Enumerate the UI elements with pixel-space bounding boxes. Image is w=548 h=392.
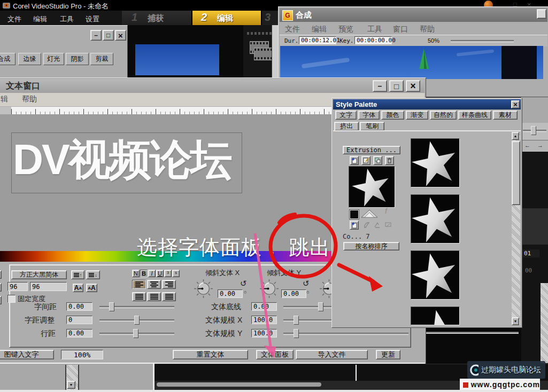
- color-swatch-black[interactable]: [350, 210, 359, 219]
- close-button[interactable]: ×: [115, 30, 126, 41]
- main-menu-file[interactable]: 文件: [7, 14, 21, 24]
- duration-field[interactable]: 00:00:12.01: [299, 36, 336, 44]
- tab-crop[interactable]: 剪裁: [90, 53, 113, 65]
- scrollbar-thumb[interactable]: [512, 141, 520, 205]
- skew-x-field[interactable]: 0.00: [218, 289, 243, 298]
- style-underline-button[interactable]: U: [156, 270, 164, 277]
- trim-out-icon[interactable]: →: [537, 142, 543, 148]
- align-right-button[interactable]: [162, 280, 176, 289]
- text-panel-button[interactable]: 文体面板: [256, 350, 294, 359]
- compose-menu-edit[interactable]: 编辑: [312, 25, 327, 34]
- palette-tab-text[interactable]: 文字: [335, 111, 357, 120]
- kerning-field[interactable]: 0: [66, 316, 92, 324]
- trim-in-icon[interactable]: ←: [524, 142, 530, 148]
- add-color-button[interactable]: [350, 221, 359, 230]
- step-tab-capture[interactable]: 1 捕获: [122, 11, 192, 26]
- type-text-button[interactable]: 图键入文字: [0, 350, 54, 359]
- compose-menu-tools[interactable]: 工具: [367, 25, 382, 34]
- skew-y-field[interactable]: 0.00: [281, 289, 306, 298]
- char-spacing-field[interactable]: 0.00: [66, 302, 92, 311]
- tab-light[interactable]: 灯光: [43, 53, 64, 65]
- scroll-down-button[interactable]: ▼: [67, 381, 75, 389]
- close-button[interactable]: ×: [406, 80, 420, 92]
- maximize-button[interactable]: □: [103, 30, 114, 41]
- reset-text-button[interactable]: 重置文体: [173, 350, 248, 359]
- scale-y-handle[interactable]: [294, 329, 299, 338]
- style-superscript-button[interactable]: ³: [164, 270, 172, 277]
- justify-left-button[interactable]: [132, 292, 146, 301]
- palette-tab-gradient[interactable]: 渐变: [406, 111, 428, 120]
- justify-center-button[interactable]: [147, 292, 161, 301]
- right-scrollbar-track[interactable]: [541, 283, 548, 363]
- skew-x-dial[interactable]: [194, 279, 213, 299]
- film-clip-icon[interactable]: [254, 48, 273, 60]
- compose-menu-help[interactable]: 帮助: [420, 25, 435, 34]
- import-file-button[interactable]: 导入文件: [296, 350, 368, 359]
- justify-full-button[interactable]: [162, 292, 176, 301]
- timeline-playhead[interactable]: [356, 365, 357, 381]
- green-cone-object[interactable]: [418, 49, 430, 70]
- style-thumbnail[interactable]: [411, 138, 460, 187]
- right-slider-handle[interactable]: [531, 126, 536, 135]
- scroll-up-button[interactable]: ▲: [512, 132, 519, 140]
- style-thumbnail-partial[interactable]: [411, 307, 460, 325]
- update-button[interactable]: 更新: [376, 350, 400, 359]
- compose-zoom-slider[interactable]: [451, 40, 514, 42]
- font-size-field-2[interactable]: 96: [30, 282, 67, 291]
- minimize-button[interactable]: –: [90, 30, 102, 41]
- zoom-level-field[interactable]: 100%: [61, 350, 103, 359]
- font-size-field[interactable]: 96: [7, 282, 28, 291]
- style-subscript-button[interactable]: ˢ: [172, 270, 180, 277]
- main-menu-settings[interactable]: 设置: [86, 14, 99, 24]
- style-bold-button[interactable]: B: [140, 270, 148, 277]
- copy-style-button[interactable]: [373, 156, 382, 165]
- text-bounding-box[interactable]: DV视频论坛: [11, 132, 242, 193]
- extrusion-button[interactable]: Extrusion ...: [343, 146, 400, 154]
- kerning-handle[interactable]: [134, 316, 140, 325]
- palette-tab-color[interactable]: 颜色: [381, 111, 404, 120]
- scale-y-field[interactable]: 100.0: [251, 329, 277, 338]
- add-style-button[interactable]: [350, 156, 359, 165]
- edit-style-button[interactable]: [361, 156, 371, 165]
- key-field[interactable]: 00:00:00.00: [354, 36, 392, 44]
- compose-menu-preview[interactable]: 预览: [338, 25, 353, 34]
- palette-subtab-extrude[interactable]: 挤出: [334, 122, 359, 131]
- style-italic-button[interactable]: I: [148, 270, 156, 277]
- palette-tab-natural[interactable]: 自然的: [430, 111, 457, 120]
- palette-tab-font[interactable]: 字体: [358, 111, 380, 120]
- minimize-button[interactable]: –: [373, 80, 387, 92]
- scale-y-slider[interactable]: [283, 333, 408, 335]
- scroll-down-button[interactable]: ▼: [512, 317, 519, 325]
- scale-x-field[interactable]: 100.0: [251, 316, 277, 324]
- font-decrease-button[interactable]: A A: [86, 284, 97, 292]
- style-thumbnail[interactable]: [411, 194, 460, 244]
- delete-style-button[interactable]: [385, 156, 394, 165]
- skew-x-reset-icon[interactable]: ↺: [240, 279, 247, 288]
- palette-tab-spline[interactable]: 样条曲线: [458, 111, 491, 120]
- font-name-button[interactable]: 方正大黑简体: [11, 270, 67, 279]
- leading-handle[interactable]: [133, 329, 138, 338]
- line-spacing-increase-button[interactable]: ↑: [71, 270, 84, 279]
- palette-tab-material[interactable]: 素材: [493, 111, 518, 120]
- skew-y-reset-icon[interactable]: ↺: [303, 279, 310, 288]
- mini-vertical-scrollbar[interactable]: ▼: [65, 365, 79, 390]
- compose-minimize-button[interactable]: [537, 9, 546, 19]
- menu-edit-partial[interactable]: 辑: [1, 95, 8, 104]
- step-tab-edit[interactable]: 2 编辑: [192, 11, 262, 26]
- align-center-button[interactable]: [147, 280, 161, 289]
- tab-composite[interactable]: 合成: [0, 53, 16, 65]
- bevel-preview-icon[interactable]: [360, 209, 379, 218]
- main-menu-tools[interactable]: 工具: [60, 14, 74, 24]
- scale-x-handle[interactable]: [294, 316, 299, 325]
- style-thumbnail[interactable]: [411, 250, 460, 300]
- fixed-width-checkbox[interactable]: [7, 295, 16, 303]
- baseline-field[interactable]: 0.00: [251, 302, 277, 311]
- compose-menu-file[interactable]: 文件: [285, 25, 300, 34]
- sort-by-name-button[interactable]: 按名称排序: [343, 242, 399, 250]
- skew-y-dial[interactable]: [259, 279, 279, 299]
- align-left-button[interactable]: [132, 280, 146, 289]
- tab-border[interactable]: 边缘: [18, 53, 41, 65]
- timeline-scrollbar-thumb[interactable]: [157, 382, 321, 387]
- font-increase-button[interactable]: A A: [73, 284, 83, 292]
- baseline-handle[interactable]: [318, 302, 323, 311]
